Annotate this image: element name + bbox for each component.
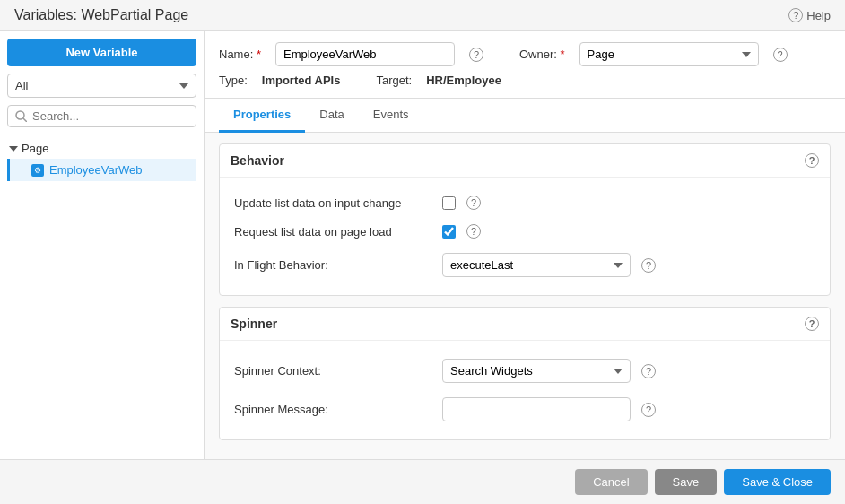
behavior-section: Behavior ? Update list data on input cha… xyxy=(219,143,831,296)
form-row-name: Name: * ? Owner: * Page ? xyxy=(219,42,831,66)
field-row-spinner-context: Spinner Context: Search Widgets ? xyxy=(234,352,815,390)
modal-container: Variables: WebPartial Page ? Help New Va… xyxy=(0,0,845,504)
modal-header: Variables: WebPartial Page ? Help xyxy=(0,0,845,31)
form-row-type: Type: Imported APIs Target: HR/Employee xyxy=(219,74,831,87)
spinner-title: Spinner xyxy=(231,317,277,331)
name-input[interactable] xyxy=(275,42,455,66)
spinner-section: Spinner ? Spinner Context: Search Widget… xyxy=(219,307,831,440)
spinner-section-body: Spinner Context: Search Widgets ? Spinne… xyxy=(220,341,830,439)
content-area: Name: * ? Owner: * Page ? Type: Imported… xyxy=(205,31,845,459)
modal-title: Variables: WebPartial Page xyxy=(14,7,188,23)
update-list-label: Update list data on input change xyxy=(234,196,431,210)
filter-select[interactable]: All xyxy=(7,74,196,98)
request-list-checkbox[interactable] xyxy=(442,225,456,239)
type-label: Type: xyxy=(219,74,248,87)
owner-label: Owner: * xyxy=(519,48,565,61)
in-flight-label: In Flight Behavior: xyxy=(234,258,431,272)
spinner-context-select[interactable]: Search Widgets xyxy=(442,359,631,383)
variable-icon: ⚙ xyxy=(31,164,44,177)
tab-data[interactable]: Data xyxy=(305,99,358,133)
save-close-button[interactable]: Save & Close xyxy=(724,469,831,495)
target-value: HR/Employee xyxy=(426,74,501,87)
field-row-request-list: Request list data on page load ? xyxy=(234,217,815,246)
tree-item-employeevarweb[interactable]: ⚙ EmployeeVarWeb xyxy=(7,159,196,181)
tab-properties[interactable]: Properties xyxy=(219,99,305,133)
tree-parent-label: Page xyxy=(22,142,48,155)
tab-content-properties: Behavior ? Update list data on input cha… xyxy=(205,133,845,459)
spinner-message-help-icon[interactable]: ? xyxy=(641,403,656,417)
search-icon xyxy=(15,110,27,122)
new-variable-button[interactable]: New Variable xyxy=(7,39,196,66)
tabs-container: Properties Data Events xyxy=(205,99,845,133)
spinner-message-input[interactable] xyxy=(442,397,631,421)
update-list-help-icon[interactable]: ? xyxy=(466,196,481,210)
field-row-update-list: Update list data on input change ? xyxy=(234,188,815,217)
behavior-title: Behavior xyxy=(231,153,284,168)
search-box xyxy=(7,105,196,127)
sidebar: New Variable All Page ⚙ EmployeeVarWe xyxy=(0,31,205,459)
tree-section: Page ⚙ EmployeeVarWeb xyxy=(0,131,204,459)
save-button[interactable]: Save xyxy=(655,469,718,495)
in-flight-select[interactable]: executeLast executeFirst executeAll xyxy=(442,253,631,277)
tree-parent-page[interactable]: Page xyxy=(7,138,196,159)
name-help-icon[interactable]: ? xyxy=(469,48,483,62)
field-row-in-flight: In Flight Behavior: executeLast executeF… xyxy=(234,246,815,284)
target-label: Target: xyxy=(376,74,412,87)
owner-help-icon[interactable]: ? xyxy=(773,48,788,62)
field-row-spinner-message: Spinner Message: ? xyxy=(234,390,815,429)
help-circle-icon: ? xyxy=(788,8,803,22)
cancel-button[interactable]: Cancel xyxy=(575,469,647,495)
update-list-checkbox[interactable] xyxy=(442,196,456,210)
search-input[interactable] xyxy=(32,109,188,123)
form-section: Name: * ? Owner: * Page ? Type: Imported… xyxy=(205,31,845,99)
spinner-context-help-icon[interactable]: ? xyxy=(641,364,656,378)
spinner-help-icon[interactable]: ? xyxy=(805,317,819,331)
behavior-section-header: Behavior ? xyxy=(220,144,830,178)
behavior-section-body: Update list data on input change ? Reque… xyxy=(220,178,830,295)
help-link[interactable]: ? Help xyxy=(788,8,831,22)
tree-item-label: EmployeeVarWeb xyxy=(49,163,143,177)
behavior-help-icon[interactable]: ? xyxy=(805,153,819,168)
modal-footer: Cancel Save Save & Close xyxy=(0,459,845,504)
spinner-section-header: Spinner ? xyxy=(220,308,830,341)
spinner-message-label: Spinner Message: xyxy=(234,403,431,416)
chevron-down-icon xyxy=(9,146,18,152)
request-list-label: Request list data on page load xyxy=(234,225,431,239)
in-flight-help-icon[interactable]: ? xyxy=(641,258,656,273)
request-list-help-icon[interactable]: ? xyxy=(466,224,481,239)
type-value: Imported APIs xyxy=(262,74,341,87)
help-label: Help xyxy=(806,9,831,22)
svg-line-1 xyxy=(23,118,27,122)
tab-events[interactable]: Events xyxy=(359,99,423,133)
spinner-context-label: Spinner Context: xyxy=(234,364,431,378)
name-label: Name: * xyxy=(219,48,261,61)
owner-select[interactable]: Page xyxy=(579,42,759,66)
modal-body: New Variable All Page ⚙ EmployeeVarWe xyxy=(0,31,845,459)
svg-point-0 xyxy=(16,111,24,119)
